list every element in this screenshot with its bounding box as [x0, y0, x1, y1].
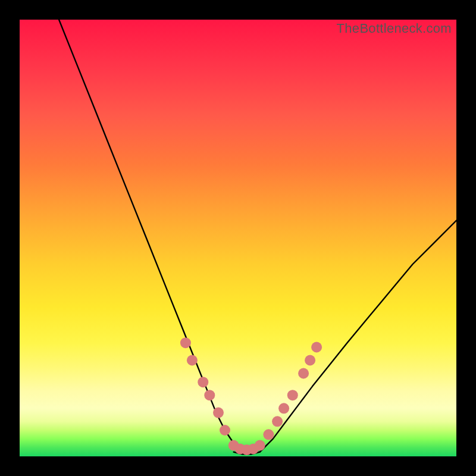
marker-right-dots	[298, 368, 309, 379]
marker-right-dots	[272, 416, 283, 427]
marker-left-dots	[220, 425, 230, 436]
marker-left-dots	[180, 337, 191, 348]
chart-lines	[59, 20, 456, 454]
chart-markers	[180, 337, 322, 455]
series-right-curve	[260, 221, 456, 452]
plot-area: TheBottleneck.com	[20, 20, 456, 456]
marker-right-dots	[278, 403, 289, 414]
series-left-curve	[59, 20, 242, 452]
marker-left-dots	[198, 377, 208, 387]
marker-left-dots	[204, 390, 215, 400]
chart-frame: TheBottleneck.com	[0, 0, 476, 476]
chart-svg	[20, 20, 456, 456]
marker-right-dots	[305, 355, 315, 366]
marker-right-dots	[263, 429, 274, 440]
marker-right-dots	[287, 390, 298, 400]
marker-left-dots	[187, 355, 198, 366]
marker-left-dots	[213, 408, 224, 418]
marker-right-dots	[311, 342, 322, 353]
marker-bottom-dots	[255, 440, 265, 451]
